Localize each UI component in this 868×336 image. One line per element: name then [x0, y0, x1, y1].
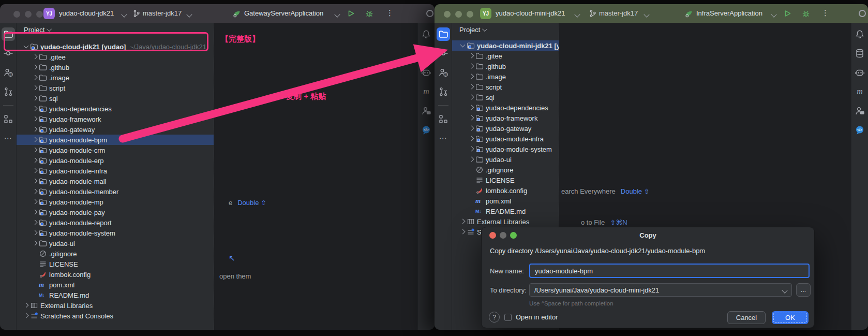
maximize-window-icon[interactable]: [36, 11, 43, 18]
chevron-collapsed-icon[interactable]: [31, 177, 39, 185]
minimize-window-icon[interactable]: [25, 11, 32, 18]
tree-row-yudao-gateway[interactable]: yudao-gateway: [452, 123, 559, 134]
chevron-collapsed-icon[interactable]: [31, 53, 39, 61]
tree-row-image[interactable]: .image: [17, 72, 214, 83]
chat-tool-icon[interactable]: </>: [853, 123, 866, 137]
chevron-collapsed-icon[interactable]: [458, 228, 467, 236]
chevron-collapsed-icon[interactable]: [467, 52, 475, 60]
tree-row-yudao-framework[interactable]: yudao-framework: [17, 114, 214, 124]
chevron-collapsed-icon[interactable]: [467, 155, 475, 164]
tree-row-yudao-dependencies[interactable]: yudao-dependencies: [17, 104, 214, 114]
chevron-collapsed-icon[interactable]: [31, 156, 39, 165]
chevron-collapsed-icon[interactable]: [31, 229, 39, 237]
user-help-tool-icon[interactable]: ?: [437, 66, 450, 79]
robot-tool-icon[interactable]: [853, 66, 866, 79]
tree-row-yudao-module-mp[interactable]: yudao-module-mp: [17, 197, 214, 207]
debug-button[interactable]: [365, 9, 373, 18]
run-button[interactable]: [783, 9, 791, 18]
tree-row-sql[interactable]: sql: [17, 93, 214, 104]
tree-row-readme-md[interactable]: M↓README.md: [452, 206, 559, 216]
tree-row-image[interactable]: .image: [452, 71, 559, 82]
maximize-window-icon[interactable]: [467, 11, 473, 18]
pull-requests-tool-icon[interactable]: [437, 85, 450, 98]
structure-tool-icon[interactable]: [2, 112, 15, 126]
new-name-input[interactable]: yudao-module-bpm: [529, 264, 810, 278]
branch-selector[interactable]: master-jdk17: [599, 9, 638, 17]
chevron-collapsed-icon[interactable]: [31, 84, 39, 92]
tree-row-yudao-module-infra[interactable]: yudao-module-infra: [452, 134, 559, 144]
chevron-collapsed-icon[interactable]: [467, 83, 475, 91]
run-button[interactable]: [347, 9, 355, 18]
tree-row-gitee[interactable]: .gitee: [17, 52, 214, 62]
tree-row-gitee[interactable]: .gitee: [452, 51, 559, 61]
more-actions-kebab-icon[interactable]: ⋮: [386, 8, 394, 18]
tree-row-external-libraries[interactable]: External Libraries: [452, 216, 559, 227]
bell-tool-icon[interactable]: [853, 27, 866, 41]
tree-row-github[interactable]: .github: [17, 62, 214, 72]
chevron-collapsed-icon[interactable]: [31, 208, 39, 216]
search-everywhere-icon[interactable]: [426, 10, 433, 17]
project-tool-icon[interactable]: [437, 27, 450, 41]
close-window-icon[interactable]: [13, 11, 20, 18]
tree-row-lombok-config[interactable]: lombok.config: [452, 185, 559, 196]
chevron-collapsed-icon[interactable]: [31, 136, 39, 144]
pull-requests-tool-icon[interactable]: [2, 85, 15, 98]
chevron-collapsed-icon[interactable]: [467, 72, 475, 81]
structure-tool-icon[interactable]: [437, 112, 450, 126]
chat-tool-icon[interactable]: </>: [420, 123, 433, 137]
chevron-collapsed-icon[interactable]: [31, 167, 39, 175]
search-everywhere-icon[interactable]: [859, 10, 866, 17]
chevron-collapsed-icon[interactable]: [31, 63, 39, 71]
tree-row-license[interactable]: LICENSE: [17, 259, 214, 269]
more-tool-icon[interactable]: ⋯: [2, 132, 15, 145]
tree-row-yudao-module-member[interactable]: yudao-module-member: [17, 186, 214, 197]
tree-row-sql[interactable]: sql: [452, 92, 559, 103]
database-tool-icon[interactable]: [420, 47, 433, 60]
tree-row-github[interactable]: .github: [452, 61, 559, 71]
tree-row-readme-md[interactable]: M↓README.md: [17, 290, 214, 300]
maven-tool-icon[interactable]: m: [853, 85, 866, 98]
tree-row-yudao-module-system[interactable]: yudao-module-system: [17, 228, 214, 238]
bell-tool-icon[interactable]: [420, 27, 433, 41]
tree-row-yudao-cloud-mini-jdk21-yudao[interactable]: yudao-cloud-mini-jdk21 [yudao]~/Ja: [452, 40, 559, 51]
close-window-icon[interactable]: [444, 11, 451, 18]
help-button[interactable]: ?: [489, 312, 500, 323]
tree-row-script[interactable]: script: [17, 83, 214, 93]
maven-tool-icon[interactable]: m: [420, 85, 433, 98]
chevron-collapsed-icon[interactable]: [467, 93, 475, 101]
tree-row-yudao-module-crm[interactable]: yudao-module-crm: [17, 145, 214, 155]
tree-row-yudao-module-report[interactable]: yudao-module-report: [17, 217, 214, 228]
project-switcher[interactable]: yudao-cloud-jdk21: [59, 9, 114, 17]
database-tool-icon[interactable]: [853, 47, 866, 60]
commit-tool-icon[interactable]: [437, 47, 450, 60]
chevron-expanded-icon[interactable]: [458, 41, 467, 50]
tree-row-yudao-ui[interactable]: yudao-ui: [452, 154, 559, 165]
project-panel-header[interactable]: Project: [452, 23, 559, 36]
branch-selector[interactable]: master-jdk17: [143, 9, 182, 17]
tree-row-gitignore[interactable]: .gitignore: [452, 165, 559, 175]
tree-row-external-libraries[interactable]: External Libraries: [17, 300, 214, 311]
minimize-window-icon[interactable]: [455, 11, 462, 18]
avatar[interactable]: YJ: [480, 8, 491, 19]
chevron-collapsed-icon[interactable]: [467, 104, 475, 112]
tree-row-yudao-module-system[interactable]: yudao-module-system: [452, 144, 559, 154]
tree-row-script[interactable]: script: [452, 82, 559, 92]
cancel-button[interactable]: Cancel: [727, 311, 766, 324]
chevron-collapsed-icon[interactable]: [31, 105, 39, 113]
chevron-collapsed-icon[interactable]: [31, 239, 39, 247]
tree-row-yudao-module-pay[interactable]: yudao-module-pay: [17, 207, 214, 217]
project-switcher[interactable]: yudao-cloud-mini-jdk21: [496, 9, 565, 17]
chevron-collapsed-icon[interactable]: [467, 145, 475, 153]
chevron-collapsed-icon[interactable]: [467, 114, 475, 122]
debug-button[interactable]: [802, 9, 810, 18]
chevron-collapsed-icon[interactable]: [467, 135, 475, 143]
chevron-collapsed-icon[interactable]: [458, 217, 467, 226]
tree-row-lombok-config[interactable]: lombok.config: [17, 269, 214, 280]
user-help-tool-icon[interactable]: ?: [2, 66, 15, 79]
open-in-editor-checkbox[interactable]: [504, 314, 512, 321]
more-actions-kebab-icon[interactable]: ⋮: [821, 8, 830, 18]
avatar[interactable]: YJ: [43, 8, 55, 19]
chevron-collapsed-icon[interactable]: [31, 74, 39, 82]
chevron-collapsed-icon[interactable]: [31, 218, 39, 227]
chevron-collapsed-icon[interactable]: [31, 115, 39, 123]
